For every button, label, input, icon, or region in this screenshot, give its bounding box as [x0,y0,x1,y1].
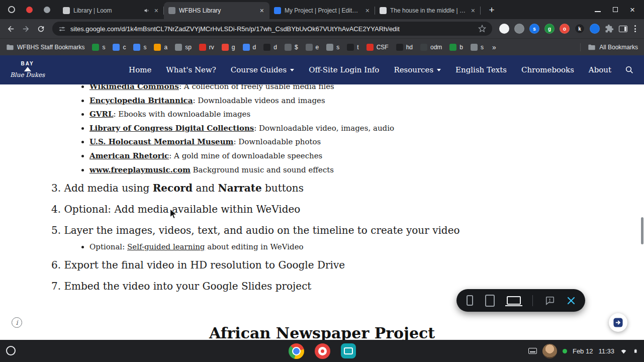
close-preview-icon[interactable] [567,297,575,305]
tablet-preview-icon[interactable] [485,295,495,307]
tray-time: 11:33 [598,347,614,355]
tab-my-project[interactable]: My Project | Project | Editor | W... × [269,2,375,19]
bookmark-item[interactable]: b [449,44,463,51]
nav-item-whats-new[interactable]: What's New? [166,65,216,74]
resource-item: Encyclopedia Britannica: Downloadable vi… [89,94,644,108]
resource-link[interactable]: Encyclopedia Britannica [89,96,193,105]
nav-item-course-guides[interactable]: Course Guides [231,65,294,74]
pinned-tab-icon[interactable] [8,6,15,13]
bookmarks-folder[interactable]: WFBHS Staff Bookmarks [6,43,84,51]
desktop-preview-icon[interactable] [507,296,521,305]
folder-icon [588,43,596,51]
pinned-tab-icon[interactable] [44,7,50,13]
tab-close-icon[interactable]: × [364,7,371,14]
tab-audio-icon[interactable] [144,8,150,14]
minimize-button[interactable] [595,5,601,14]
window-controls: × [586,0,644,19]
bookmark-star-icon[interactable] [478,25,486,33]
resource-item: Library of Congress Digital Collections:… [89,122,644,136]
browser-menu-icon[interactable] [632,25,638,32]
bookmark-item[interactable]: $ [285,44,298,51]
nav-item-resources[interactable]: Resources [394,65,441,74]
resource-link[interactable]: Wikimedia Commons [89,84,179,91]
extension-icon[interactable] [499,24,509,34]
site-search-button[interactable] [625,65,634,74]
maximize-button[interactable] [613,5,618,14]
bookmark-item[interactable]: rv [199,44,214,51]
avatar[interactable] [542,344,557,358]
tab-wfbhs-library[interactable]: WFBHS Library × [164,2,269,19]
extension-icon[interactable]: k [575,24,585,34]
bookmark-item[interactable]: s [133,44,146,51]
resource-desc: Background music and sound effects [191,165,334,174]
bookmark-label: c [123,44,126,51]
extension-icon[interactable]: g [544,24,555,34]
back-button[interactable] [3,21,18,36]
extension-icon[interactable] [590,24,600,34]
new-tab-button[interactable]: + [485,3,499,17]
bookmark-favicon [285,44,292,51]
bookmark-item[interactable]: g [222,44,235,51]
nav-item-home[interactable]: Home [129,65,151,74]
resource-link[interactable]: Library of Congress Digital Collections [89,124,254,133]
all-bookmarks-button[interactable]: All Bookmarks [580,43,638,51]
bookmark-item[interactable]: s [471,44,484,51]
chrome-app-icon[interactable] [289,343,304,359]
bookmark-label: s [481,44,484,51]
extension-icon[interactable]: o [560,24,570,34]
nav-item-english-texts[interactable]: English Texts [455,65,507,74]
scrollbar-thumb[interactable] [641,217,643,244]
bookmark-item[interactable]: a [154,44,167,51]
bookmark-item[interactable]: sp [175,44,192,51]
bookmark-label: hd [406,44,413,51]
bookmark-item[interactable]: d [263,44,277,51]
bookmark-item[interactable]: c [113,44,126,51]
bookmark-item[interactable]: d [243,44,256,51]
side-panel-icon[interactable] [619,26,627,32]
resource-link[interactable]: U.S. Holocaust Memorial Museum [89,137,233,146]
bookmark-item[interactable]: e [306,44,319,51]
resource-item: American Rhetoric: A gold mine of downlo… [89,149,644,163]
nav-item-chromebooks[interactable]: Chromebooks [521,65,574,74]
refresh-button[interactable] [33,21,48,36]
tab-library-loom[interactable]: Library | Loom × [58,2,164,19]
loom-app-icon[interactable] [315,343,330,359]
self-guided-learning-link[interactable]: Self-guided learning [127,242,205,251]
tab-close-icon[interactable]: × [259,7,265,14]
nav-item-about[interactable]: About [589,65,611,74]
screencast-app-icon[interactable] [341,343,356,358]
extension-icon[interactable] [514,24,524,34]
resource-link[interactable]: GVRL [89,110,113,119]
tab-close-icon[interactable]: × [470,7,476,14]
preview-exit-fab[interactable] [609,313,627,332]
recording-dot-icon[interactable] [26,7,33,13]
status-tray[interactable]: Feb 12 11:33 [528,344,644,358]
resource-link[interactable]: www.freeplaymusic.com [89,165,191,174]
extensions-area: s g o k [496,24,641,34]
bookmark-item[interactable]: CSF [366,44,389,51]
launcher-button[interactable] [6,346,16,355]
close-window-button[interactable]: × [630,6,635,14]
extension-icon[interactable]: s [529,24,539,34]
tab-close-icon[interactable]: × [153,7,159,14]
url-text: sites.google.com/d/1k4mBsntCL7NrZadZVYjM… [70,25,474,33]
bookmark-item[interactable]: odm [420,44,442,51]
bookmark-item[interactable]: t [347,44,358,51]
bookmark-item[interactable]: hd [396,44,413,51]
nav-item-off-site-login-info[interactable]: Off-Site Login Info [309,65,379,74]
extensions-puzzle-icon[interactable] [605,24,614,33]
tab-house-in-the-middle[interactable]: The house in the middle | Libra... × [375,2,481,19]
forward-button[interactable] [18,21,33,36]
site-logo[interactable]: BAY Blue Dukes [10,61,45,78]
feedback-icon[interactable] [545,296,555,306]
bookmark-item[interactable]: s [92,44,105,51]
resource-link[interactable]: American Rhetoric [89,151,169,160]
bookmark-item[interactable]: s [326,44,339,51]
site-info-icon[interactable] [58,25,66,33]
address-bar[interactable]: sites.google.com/d/1k4mBsntCL7NrZadZVYjM… [52,22,492,36]
phone-preview-icon[interactable] [467,295,473,306]
nav-label: What's New? [166,65,216,74]
keyboard-icon[interactable] [528,348,537,354]
bookmarks-overflow-icon[interactable]: » [491,43,497,51]
tab-title: WFBHS Library [179,7,255,14]
